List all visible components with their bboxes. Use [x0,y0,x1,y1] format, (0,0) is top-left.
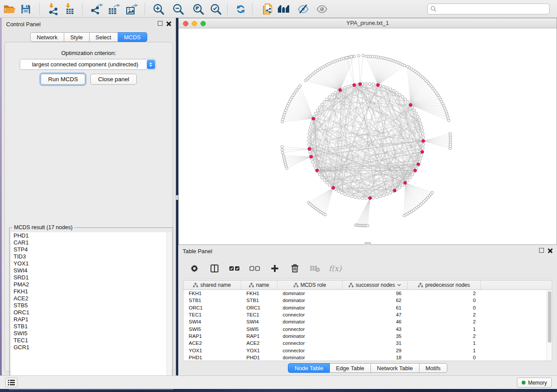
zoom-in-icon[interactable] [151,2,166,16]
network-node[interactable] [418,119,421,121]
network-node[interactable] [413,109,416,112]
table-row[interactable]: TEC1TEC1connector472 [183,311,552,318]
mcds-result-item[interactable]: GCR1 [11,344,171,351]
network-node[interactable] [404,98,407,100]
close-panel-icon[interactable] [166,21,171,26]
mcds-result-item[interactable]: PHD1 [11,232,171,239]
open-file-icon[interactable] [2,2,17,16]
network-leaf-node[interactable] [281,120,284,123]
network-leaf-node[interactable] [281,151,284,154]
tab-select[interactable]: Select [90,32,118,42]
network-node[interactable] [347,85,349,88]
mcds-network-node[interactable] [414,169,417,172]
network-leaf-node[interactable] [285,167,288,170]
table-row[interactable]: FKH1FKH1dominator962 [183,290,552,297]
network-node[interactable] [368,83,371,85]
tab-network[interactable]: Network [30,32,64,42]
network-node[interactable] [365,83,367,85]
network-node[interactable] [386,86,388,89]
task-history-button[interactable] [5,378,17,387]
mcds-network-node[interactable] [309,155,312,158]
network-node[interactable] [398,93,401,96]
network-node[interactable] [321,176,323,179]
zoom-selected-icon[interactable] [208,2,223,16]
network-node[interactable] [421,129,424,131]
network-node[interactable] [308,132,311,135]
network-leaf-node[interactable] [280,145,283,148]
network-node[interactable] [361,197,364,199]
network-node[interactable] [354,196,356,199]
network-node[interactable] [347,194,349,196]
network-node[interactable] [325,98,328,100]
table-row[interactable]: YOX1YOX1connector291 [183,347,552,354]
network-leaf-node[interactable] [357,55,360,57]
network-node[interactable] [318,106,321,109]
mcds-network-node[interactable] [308,148,311,151]
network-node[interactable] [382,194,385,196]
mcds-network-node[interactable] [312,117,315,120]
network-node[interactable] [310,122,313,124]
mcds-network-node[interactable] [359,83,362,86]
zoom-out-icon[interactable] [171,2,186,16]
mcds-network-node[interactable] [353,83,356,86]
network-node[interactable] [328,184,331,186]
zoom-fit-icon[interactable] [191,2,206,16]
network-node[interactable] [386,193,388,196]
memory-button[interactable]: Memory [517,378,552,388]
tab-style[interactable]: Style [64,32,90,42]
mcds-result-item[interactable]: STP4 [11,246,171,253]
network-node[interactable] [422,136,425,139]
network-node[interactable] [323,179,325,182]
export-image-icon[interactable] [125,2,139,16]
network-leaf-node[interactable] [431,191,433,194]
mcds-network-node[interactable] [409,103,412,107]
network-leaf-node[interactable] [281,148,284,151]
network-node[interactable] [311,161,314,163]
mcds-network-node[interactable] [377,83,380,86]
network-node[interactable] [350,195,353,198]
network-node[interactable] [337,190,340,193]
network-node[interactable] [422,147,424,149]
tab-motifs[interactable]: Motifs [419,363,447,373]
network-node[interactable] [375,196,378,199]
network-node[interactable] [316,109,319,112]
network-node[interactable] [422,132,424,135]
result-list-scrollbar[interactable] [166,232,171,388]
network-node[interactable] [419,122,422,124]
mcds-result-item[interactable]: SRD1 [11,274,171,281]
network-node[interactable] [309,125,312,128]
network-node[interactable] [313,164,315,167]
table-row[interactable]: ORC1ORC1dominator610 [183,304,552,311]
tab-network-table[interactable]: Network Table [371,363,419,373]
mcds-result-item[interactable]: PMA2 [11,281,171,288]
mcds-network-node[interactable] [417,163,420,166]
column-header-predecessor-nodes[interactable]: predecessor nodes [408,281,481,289]
network-node[interactable] [318,173,321,176]
mcds-network-node[interactable] [315,169,318,172]
network-node[interactable] [389,191,392,194]
network-window-titlebar[interactable]: YPA_prune.txt_1 [179,18,557,28]
refresh-icon[interactable] [233,2,248,16]
network-leaf-node[interactable] [304,79,307,82]
search-input[interactable] [439,6,547,12]
network-node[interactable] [365,197,367,199]
network-node[interactable] [331,93,334,96]
table-row[interactable]: PHD1PHD1dominator180 [183,354,552,361]
network-node[interactable] [344,86,346,89]
mcds-network-node[interactable] [369,196,372,199]
network-node[interactable] [325,181,328,184]
tab-node-table[interactable]: Node Table [288,363,330,373]
export-network-icon[interactable] [89,2,104,16]
mcds-result-item[interactable]: ORC1 [11,309,171,316]
network-node[interactable] [411,173,414,176]
network-node[interactable] [308,136,310,139]
network-node[interactable] [344,193,346,196]
import-network-icon[interactable] [46,2,61,16]
network-leaf-node[interactable] [346,56,348,59]
network-node[interactable] [334,91,337,94]
mcds-result-item[interactable]: STB1 [11,323,171,330]
mcds-result-item[interactable]: FKH1 [11,288,171,295]
network-node[interactable] [406,100,409,103]
float-table-panel-icon[interactable] [539,248,544,253]
network-node[interactable] [340,191,343,194]
